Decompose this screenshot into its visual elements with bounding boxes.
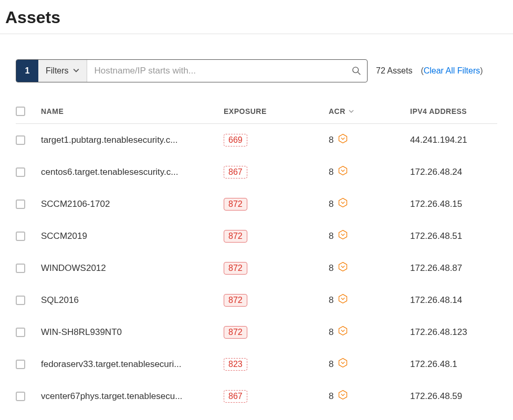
table-row[interactable]: WINDOWS20128728172.26.48.87	[16, 252, 497, 284]
row-checkbox[interactable]	[16, 328, 25, 337]
acr-value: 8	[329, 391, 333, 402]
exposure-badge: 872	[224, 294, 247, 307]
row-checkbox[interactable]	[16, 360, 25, 369]
row-checkbox[interactable]	[16, 264, 25, 273]
exposure-badge: 872	[224, 326, 247, 339]
exposure-badge: 669	[224, 134, 247, 146]
row-checkbox[interactable]	[16, 392, 25, 401]
column-header-ipv4[interactable]: IPV4 ADDRESS	[410, 107, 497, 116]
table-header-row: NAME EXPOSURE ACR IPV4 ADDRESS	[16, 99, 497, 124]
row-checkbox[interactable]	[16, 200, 25, 209]
filters-label: Filters	[46, 66, 69, 76]
ipv4-address: 172.26.48.15	[410, 199, 462, 209]
acr-value: 8	[329, 199, 333, 209]
asset-name: centos6.target.tenablesescurity.c...	[41, 167, 224, 177]
asset-count-label: 72 Assets	[376, 66, 412, 76]
table-row[interactable]: WIN-SH8RL939NT08728172.26.48.123	[16, 316, 497, 348]
table-row[interactable]: vcenter67phys.target.tenablesecu...86781…	[16, 380, 497, 412]
acr-value: 8	[329, 263, 333, 274]
acr-criticality-icon	[338, 197, 348, 211]
acr-value: 8	[329, 327, 333, 338]
acr-criticality-icon	[338, 133, 348, 146]
acr-criticality-icon	[338, 358, 348, 371]
acr-criticality-icon	[338, 390, 348, 403]
ipv4-address: 172.26.48.1	[410, 359, 457, 369]
acr-criticality-icon	[338, 229, 348, 243]
table-row[interactable]: fedoraserv33.target.tenablesecuri...8238…	[16, 348, 497, 380]
table-row[interactable]: SQL20168728172.26.48.14	[16, 284, 497, 316]
column-header-name[interactable]: NAME	[41, 107, 224, 116]
svg-line-1	[358, 72, 361, 75]
column-header-exposure[interactable]: EXPOSURE	[224, 107, 329, 116]
acr-value: 8	[329, 167, 333, 177]
row-checkbox[interactable]	[16, 232, 25, 241]
asset-name: target1.pubtarg.tenablesecurity.c...	[41, 135, 224, 145]
ipv4-address: 172.26.48.14	[410, 295, 462, 305]
chevron-down-icon	[73, 66, 79, 76]
asset-name: vcenter67phys.target.tenablesecu...	[41, 391, 224, 402]
column-header-acr[interactable]: ACR	[329, 107, 410, 116]
exposure-badge: 823	[224, 358, 247, 371]
acr-criticality-icon	[338, 261, 348, 275]
asset-name: fedoraserv33.target.tenablesecuri...	[41, 359, 224, 370]
acr-criticality-icon	[338, 165, 348, 178]
exposure-badge: 872	[224, 198, 247, 211]
asset-name: WIN-SH8RL939NT0	[41, 327, 224, 338]
sort-descending-icon	[349, 107, 354, 116]
exposure-badge: 872	[224, 262, 247, 275]
search-input[interactable]	[87, 60, 346, 82]
exposure-badge: 872	[224, 230, 247, 243]
table-row[interactable]: target1.pubtarg.tenablesecurity.c...6698…	[16, 124, 497, 156]
asset-name: WINDOWS2012	[41, 263, 224, 274]
row-checkbox[interactable]	[16, 135, 25, 145]
filter-count-badge: 1	[16, 60, 38, 82]
table-row[interactable]: centos6.target.tenablesescurity.c...8678…	[16, 156, 497, 188]
acr-value: 8	[329, 359, 333, 370]
search-icon[interactable]	[346, 60, 367, 82]
acr-value: 8	[329, 135, 333, 145]
row-checkbox[interactable]	[16, 296, 25, 305]
filter-bar: 1 Filters 72 Assets Clear All Filters	[16, 59, 497, 82]
acr-criticality-icon	[338, 326, 348, 339]
acr-value: 8	[329, 295, 333, 306]
search-container: 1 Filters	[16, 59, 368, 82]
row-checkbox[interactable]	[16, 167, 25, 177]
acr-value: 8	[329, 231, 333, 242]
ipv4-address: 172.26.48.123	[410, 327, 467, 337]
svg-point-0	[353, 67, 359, 73]
acr-criticality-icon	[338, 293, 348, 307]
ipv4-address: 172.26.48.59	[410, 391, 462, 401]
select-all-checkbox[interactable]	[16, 107, 25, 116]
ipv4-address: 172.26.48.24	[410, 167, 462, 177]
exposure-badge: 867	[224, 390, 247, 403]
ipv4-address: 44.241.194.21	[410, 135, 467, 145]
asset-name: SCCM2019	[41, 231, 224, 242]
exposure-badge: 867	[224, 166, 247, 178]
ipv4-address: 172.26.48.87	[410, 263, 462, 273]
table-row[interactable]: SCCM2106-17028728172.26.48.15	[16, 188, 497, 220]
filters-dropdown-button[interactable]: Filters	[38, 60, 87, 82]
assets-table: NAME EXPOSURE ACR IPV4 ADDRESS target1.p…	[16, 99, 497, 412]
table-row[interactable]: SCCM20198728172.26.48.51	[16, 220, 497, 252]
page-title: Assets	[0, 0, 513, 34]
asset-name: SCCM2106-1702	[41, 199, 224, 209]
acr-header-label: ACR	[329, 107, 346, 116]
clear-all-filters-link[interactable]: Clear All Filters	[421, 66, 483, 76]
ipv4-address: 172.26.48.51	[410, 231, 462, 241]
asset-name: SQL2016	[41, 295, 224, 306]
